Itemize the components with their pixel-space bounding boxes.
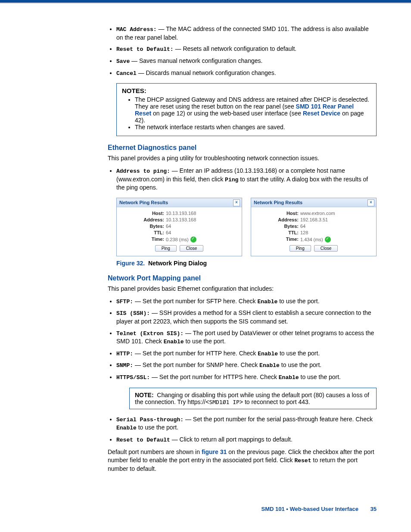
- text-save: — Saves manual network configuration cha…: [130, 57, 262, 64]
- notes-item-1: The DHCP assigned Gateway and DNS addres…: [135, 96, 371, 124]
- ping-dialog-right: Network Ping Results × Host:www.extron.c…: [251, 198, 377, 256]
- note-box-https: NOTE: Changing or disabling this port wh…: [129, 388, 377, 409]
- left-address: 10.13.193.168: [166, 217, 196, 222]
- right-ttl: 128: [300, 230, 308, 235]
- left-host: 10.13.193.168: [166, 211, 196, 216]
- close-button[interactable]: Close: [314, 245, 338, 252]
- close-icon[interactable]: ×: [367, 199, 374, 206]
- page-footer: SMD 101 • Web-based User Interface 35: [0, 493, 411, 525]
- left-bytes: 64: [166, 224, 171, 229]
- note-label: NOTE:: [135, 392, 154, 398]
- link-figure-31[interactable]: figure 31: [202, 448, 227, 455]
- ping-dialog-left: Network Ping Results × Host:10.13.193.16…: [116, 198, 242, 256]
- check-icon: [190, 236, 196, 243]
- text-cancel: — Discards manual network configuration …: [137, 69, 276, 76]
- right-time: 1.434 (ms): [300, 236, 331, 243]
- term-save: Save: [116, 58, 130, 65]
- npm-intro: This panel provides basic Ethernet confi…: [108, 285, 377, 293]
- eth-intro: This panel provides a ping utility for t…: [108, 154, 377, 162]
- term-reset: Reset to Default:: [116, 46, 174, 53]
- notes-item-2: The network interface restarts when chan…: [135, 124, 371, 131]
- link-reset-device[interactable]: Reset Device: [303, 110, 340, 117]
- eth-bullet: Address to ping: — Enter an IP address (…: [116, 167, 377, 192]
- left-time: 0.238 (ms): [166, 236, 196, 243]
- term-mac: MAC Address:: [116, 26, 157, 33]
- heading-ethernet-diagnostics: Ethernet Diagnostics panel: [108, 144, 377, 152]
- close-button[interactable]: Close: [180, 245, 204, 252]
- check-icon: [325, 236, 331, 243]
- text-reset: — Resets all network configuration to de…: [174, 45, 297, 52]
- right-address: 192.168.3.51: [300, 217, 328, 222]
- ping-button[interactable]: Ping: [155, 245, 177, 252]
- page-top-accent: [0, 0, 411, 3]
- dialog-titlebar: Network Ping Results ×: [251, 198, 376, 207]
- top-definition-list: MAC Address: — The MAC address of the co…: [108, 25, 377, 77]
- term-address-to-ping: Address to ping:: [116, 168, 170, 174]
- npm-outro: Default port numbers are shown in figure…: [108, 448, 377, 473]
- right-bytes: 64: [300, 224, 305, 229]
- notes-heading: NOTES:: [122, 87, 371, 94]
- close-icon[interactable]: ×: [233, 199, 240, 206]
- ping-dialog-row: Network Ping Results × Host:10.13.193.16…: [116, 198, 377, 256]
- term-cancel: Cancel: [116, 70, 137, 77]
- right-host: www.extron.com: [300, 211, 335, 216]
- heading-network-port-mapping: Network Port Mapping panel: [108, 274, 377, 282]
- figure-caption: Figure 32. Network Ping Dialog: [116, 260, 377, 267]
- left-ttl: 64: [166, 230, 171, 235]
- notes-box: NOTES: The DHCP assigned Gateway and DNS…: [116, 83, 377, 136]
- ping-button[interactable]: Ping: [290, 245, 311, 252]
- dialog-titlebar: Network Ping Results ×: [117, 198, 242, 207]
